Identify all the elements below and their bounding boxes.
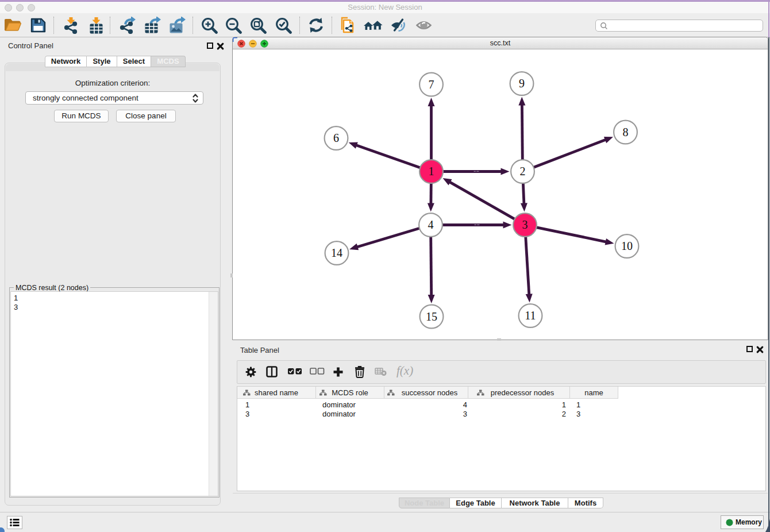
- svg-text:3: 3: [522, 218, 528, 231]
- svg-text:15: 15: [426, 310, 437, 323]
- svg-text:2: 2: [520, 165, 526, 178]
- svg-text:4: 4: [428, 218, 434, 231]
- svg-text:14: 14: [331, 246, 342, 259]
- svg-text:9: 9: [519, 77, 525, 90]
- svg-text:11: 11: [525, 309, 536, 322]
- svg-text:6: 6: [333, 132, 339, 144]
- svg-text:7: 7: [429, 78, 434, 91]
- svg-text:8: 8: [623, 126, 629, 138]
- svg-text:10: 10: [621, 240, 633, 252]
- svg-text:1: 1: [429, 165, 434, 178]
